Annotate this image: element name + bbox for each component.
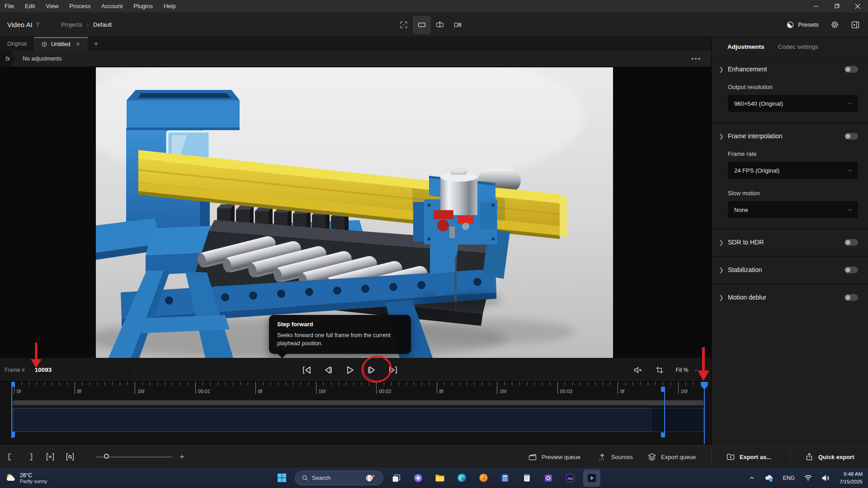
slow-motion-value: None — [734, 206, 847, 213]
timeline[interactable]: 0f8f16f00:018f16f00:028f16f00:038f16f — [0, 382, 711, 445]
edge-browser-app-icon[interactable] — [453, 469, 470, 487]
menu-help[interactable]: Help — [158, 0, 181, 12]
chevron-right-icon[interactable]: ❯ — [719, 66, 728, 73]
video-preview-area[interactable]: Step forward Seeks forward one full fram… — [0, 67, 711, 358]
video-frame[interactable] — [96, 67, 613, 358]
taskbar-search-box[interactable]: Search — [295, 471, 383, 485]
timeline-ruler[interactable]: 0f8f16f00:018f16f00:028f16f00:038f16f — [0, 382, 711, 398]
mute-button[interactable] — [633, 365, 643, 375]
set-in-point-button[interactable] — [5, 451, 16, 463]
sdr-to-hdr-toggle[interactable] — [844, 239, 858, 246]
in-point-marker[interactable] — [11, 382, 12, 438]
menu-account[interactable]: Account — [96, 0, 128, 12]
tab-original[interactable]: Original — [0, 37, 34, 51]
motion-deblur-toggle[interactable] — [844, 294, 858, 301]
view-mode-side-by-side[interactable] — [449, 16, 467, 34]
tab-codec-settings[interactable]: Codec settings — [778, 43, 818, 50]
chevron-right-icon[interactable]: ❯ — [719, 267, 728, 273]
settings-button[interactable] — [830, 20, 839, 29]
menu-plugins[interactable]: Plugins — [128, 0, 158, 12]
sources-button[interactable]: Sources — [598, 446, 633, 468]
taskbar-weather-widget[interactable]: 26°C Partly sunny — [5, 468, 47, 488]
tab-adjustments[interactable]: Adjustments — [727, 43, 764, 50]
volume-tray-icon[interactable] — [821, 474, 830, 483]
calculator-app-icon[interactable] — [496, 469, 514, 487]
tab-untitled[interactable]: Untitled ✕ — [34, 37, 87, 51]
menu-view[interactable]: View — [40, 0, 64, 12]
zoom-to-selection-button[interactable] — [64, 451, 76, 463]
output-resolution-dropdown[interactable]: 960×540 (Original) — [728, 95, 858, 112]
view-mode-single[interactable] — [413, 16, 431, 34]
add-tab-button[interactable]: + — [88, 37, 105, 51]
close-button[interactable] — [847, 0, 868, 12]
breadcrumb-default[interactable]: Default — [93, 21, 112, 28]
crop-button[interactable] — [655, 366, 664, 375]
frame-rate-dropdown[interactable]: 24 FPS (Original) — [728, 162, 858, 179]
frame-interpolation-title[interactable]: Frame interpolation — [728, 132, 844, 140]
timeline-clip-track[interactable] — [13, 408, 703, 432]
skip-to-start-button[interactable] — [301, 365, 312, 375]
sdr-to-hdr-title[interactable]: SDR to HDR — [728, 239, 844, 246]
breadcrumb-projects[interactable]: Projects — [61, 21, 82, 28]
snipping-tool-app-icon[interactable] — [540, 469, 557, 487]
view-mode-split[interactable] — [431, 16, 449, 34]
in-point-bottom-handle[interactable] — [11, 432, 15, 437]
chevron-right-icon[interactable]: ❯ — [719, 239, 728, 246]
step-forward-button[interactable] — [366, 365, 377, 375]
toggle-panel-button[interactable] — [851, 20, 860, 29]
view-mode-fullscreen[interactable] — [395, 16, 413, 34]
menu-file[interactable]: File — [0, 0, 19, 12]
slider-track[interactable] — [96, 456, 173, 458]
presets-button[interactable]: Presets — [786, 21, 819, 29]
file-explorer-app-icon[interactable] — [431, 469, 448, 487]
slider-knob[interactable] — [104, 454, 109, 459]
motion-deblur-title[interactable]: Motion deblur — [728, 294, 844, 301]
chevron-right-icon[interactable]: ❯ — [719, 133, 728, 140]
frame-interpolation-toggle[interactable] — [844, 133, 858, 140]
step-backward-button[interactable] — [323, 365, 334, 375]
export-queue-button[interactable]: Export queue — [647, 446, 696, 468]
after-effects-app-icon[interactable]: Ae — [561, 469, 579, 487]
minimize-button[interactable] — [806, 0, 826, 12]
out-point-bottom-handle[interactable] — [661, 432, 665, 437]
zoom-in-icon[interactable]: + — [180, 453, 184, 461]
keyboard-language-indicator[interactable]: ENG — [783, 475, 795, 481]
set-out-point-button[interactable] — [24, 451, 36, 463]
skip-to-end-button[interactable] — [388, 365, 399, 375]
restore-button[interactable] — [826, 0, 847, 12]
zoom-level-dropdown[interactable]: Fit % — [676, 367, 698, 373]
task-view-button[interactable] — [388, 469, 405, 487]
notepad-app-icon[interactable] — [518, 469, 535, 487]
frame-number-value[interactable]: 10093 — [35, 366, 52, 373]
tab-close-icon[interactable]: ✕ — [75, 41, 80, 47]
more-options-icon[interactable]: ••• — [691, 55, 701, 62]
copilot-app-icon[interactable] — [410, 469, 427, 487]
playhead-line[interactable] — [704, 382, 705, 444]
timeline-zoom-slider[interactable]: + — [96, 453, 184, 461]
quick-export-button[interactable]: Quick export — [805, 446, 854, 468]
timeline-tick — [361, 382, 362, 385]
out-point-marker[interactable] — [664, 387, 665, 437]
timeline-zoom-scrollbar[interactable] — [13, 400, 703, 405]
preview-queue-button[interactable]: Preview queue — [528, 446, 580, 468]
menu-edit[interactable]: Edit — [19, 0, 40, 12]
start-button[interactable] — [273, 469, 290, 487]
clear-in-out-button[interactable] — [44, 451, 56, 463]
wifi-tray-icon[interactable] — [804, 474, 812, 482]
play-button[interactable] — [344, 365, 355, 375]
enhancement-toggle[interactable] — [844, 66, 858, 73]
stabilization-title[interactable]: Stabilization — [728, 266, 844, 273]
in-point-top-handle[interactable] — [11, 382, 15, 387]
slow-motion-dropdown[interactable]: None — [728, 201, 858, 218]
tray-chevron-up-icon[interactable] — [749, 475, 755, 481]
out-point-top-handle[interactable] — [661, 387, 665, 392]
firefox-browser-app-icon[interactable] — [475, 469, 492, 487]
enhancement-title[interactable]: Enhancement — [728, 66, 844, 73]
stabilization-toggle[interactable] — [844, 267, 858, 273]
topaz-video-ai-app-icon[interactable] — [583, 469, 600, 487]
export-as-button[interactable]: Export as... — [726, 446, 771, 468]
menu-process[interactable]: Process — [64, 0, 96, 12]
taskbar-clock[interactable]: 9:48 AM 7/15/2025 — [840, 470, 863, 485]
chevron-right-icon[interactable]: ❯ — [719, 294, 728, 301]
onedrive-tray-icon[interactable] — [764, 473, 774, 483]
